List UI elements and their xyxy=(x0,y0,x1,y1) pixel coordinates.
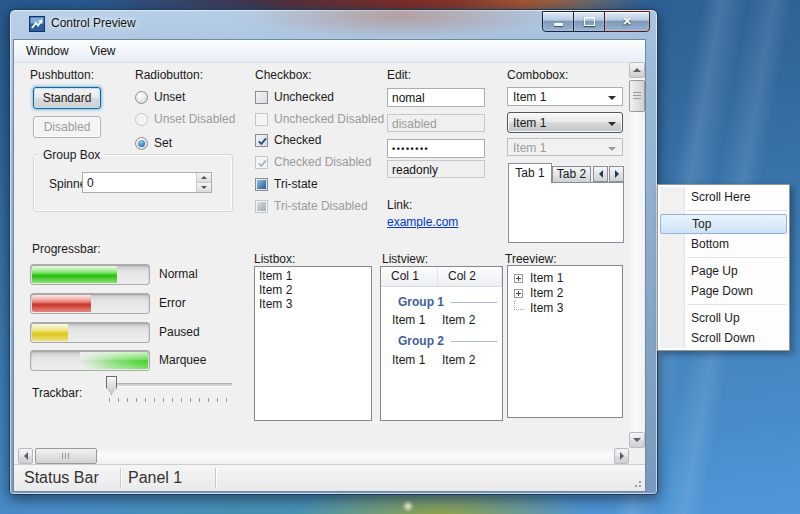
treeview[interactable]: Item 1 Item 2 Item 3 xyxy=(507,265,623,418)
minimize-button[interactable] xyxy=(542,11,574,32)
combobox-disabled-value: Item 1 xyxy=(513,141,546,155)
radiobutton-heading: Radiobutton: xyxy=(135,68,203,82)
edit-password-input[interactable]: •••••••• xyxy=(387,139,485,158)
menu-item-scroll-up[interactable]: Scroll Up xyxy=(658,308,789,328)
combobox-disabled: Item 1 xyxy=(507,138,623,156)
progressbar-error xyxy=(30,293,150,314)
standard-button[interactable]: Standard xyxy=(33,87,101,109)
combobox-button-arrow-icon[interactable] xyxy=(608,122,616,126)
listview-cell[interactable]: Item 2 xyxy=(442,313,475,327)
vertical-scrollbar[interactable] xyxy=(629,62,645,448)
radio-set[interactable]: Set xyxy=(135,136,172,150)
spinner-down-icon xyxy=(201,186,207,189)
vertical-scroll-thumb[interactable] xyxy=(629,80,645,112)
listview-cell[interactable]: Item 2 xyxy=(442,353,475,367)
spinner-input[interactable]: 0 xyxy=(82,172,212,193)
listbox-item[interactable]: Item 1 xyxy=(255,269,371,283)
listview-cell[interactable]: Item 1 xyxy=(392,313,425,327)
menu-item-view[interactable]: View xyxy=(81,41,125,61)
tab-2[interactable]: Tab 2 xyxy=(552,166,591,183)
maximize-button[interactable] xyxy=(573,11,605,32)
tab-scroll-right-button[interactable] xyxy=(609,166,624,182)
app-window: Control Preview ✕ Window View Pushbutton… xyxy=(9,9,658,495)
progressbar-paused-fill xyxy=(32,324,68,341)
combobox-normal-arrow-icon[interactable] xyxy=(608,96,616,100)
treeview-item-3-label[interactable]: Item 3 xyxy=(530,301,563,315)
checkbox-tristate-disabled-label: Tri-state Disabled xyxy=(274,199,368,213)
listview[interactable]: Col 1 Col 2 Group 1 Item 1 Item 2 Group … xyxy=(380,266,503,421)
treeview-item-2-label[interactable]: Item 2 xyxy=(530,286,563,300)
radio-set-label: Set xyxy=(154,136,172,150)
edit-heading: Edit: xyxy=(387,68,411,82)
menu-item-scroll-here[interactable]: Scroll Here xyxy=(658,187,789,207)
checkbox-checked[interactable]: Checked xyxy=(255,133,321,147)
treeview-item-3[interactable]: Item 3 xyxy=(514,301,563,315)
checkbox-unchecked-disabled-icon xyxy=(255,113,268,126)
edit-disabled-input: disabled xyxy=(387,114,485,132)
menu-separator xyxy=(687,210,787,211)
menu-item-scroll-down[interactable]: Scroll Down xyxy=(658,328,789,348)
resize-grip[interactable] xyxy=(632,478,642,488)
tree-expand-icon[interactable] xyxy=(514,289,523,298)
treeview-heading: Treeview: xyxy=(505,252,557,266)
treeview-item-2[interactable]: Item 2 xyxy=(514,286,563,300)
menu-item-page-down[interactable]: Page Down xyxy=(658,281,789,301)
close-button[interactable]: ✕ xyxy=(604,11,650,32)
spinner-up-button[interactable] xyxy=(197,173,211,182)
listbox-item[interactable]: Item 2 xyxy=(255,283,371,297)
listview-column-2[interactable]: Col 2 xyxy=(438,267,502,286)
menu-item-page-up[interactable]: Page Up xyxy=(658,261,789,281)
close-icon: ✕ xyxy=(622,13,631,30)
scroll-right-button[interactable] xyxy=(614,448,629,464)
listbox[interactable]: Item 1 Item 2 Item 3 xyxy=(254,266,372,421)
menu-separator xyxy=(687,257,787,258)
radio-unset-icon[interactable] xyxy=(135,91,148,104)
tree-expand-icon[interactable] xyxy=(514,274,523,283)
listbox-item[interactable]: Item 3 xyxy=(255,297,371,311)
status-separator xyxy=(215,468,216,488)
trackbar-thumb[interactable] xyxy=(106,376,117,395)
listview-cell[interactable]: Item 1 xyxy=(392,353,425,367)
treeview-item-1-label[interactable]: Item 1 xyxy=(530,271,563,285)
checkbox-unchecked-label: Unchecked xyxy=(274,90,334,104)
horizontal-scrollbar[interactable] xyxy=(18,448,629,464)
radio-unset[interactable]: Unset xyxy=(135,90,185,104)
menu-bar: Window View xyxy=(14,40,645,63)
scrollbar-context-menu: Scroll Here Top Bottom Page Up Page Down… xyxy=(657,184,790,351)
window-titlebar[interactable]: Control Preview ✕ xyxy=(10,10,657,38)
desktop-wallpaper: Control Preview ✕ Window View Pushbutton… xyxy=(0,0,800,514)
listview-heading: Listview: xyxy=(382,252,428,266)
checkbox-unchecked[interactable]: Unchecked xyxy=(255,90,334,104)
example-link[interactable]: example.com xyxy=(387,215,458,229)
listview-column-1[interactable]: Col 1 xyxy=(381,267,438,286)
progressbar-error-fill xyxy=(32,295,91,312)
combobox-normal[interactable]: Item 1 xyxy=(507,87,623,106)
tab-1[interactable]: Tab 1 xyxy=(508,163,552,183)
window-title: Control Preview xyxy=(51,16,136,30)
minimize-icon xyxy=(554,23,563,26)
edit-readonly-input[interactable]: readonly xyxy=(387,160,485,178)
spinner-down-button[interactable] xyxy=(197,182,211,192)
menu-item-bottom[interactable]: Bottom xyxy=(658,234,789,254)
combobox-disabled-arrow-icon xyxy=(608,147,616,151)
horizontal-scroll-thumb[interactable] xyxy=(35,448,97,464)
checkbox-checked-icon[interactable] xyxy=(255,134,268,147)
menu-item-window[interactable]: Window xyxy=(17,41,78,61)
checkbox-tristate[interactable]: Tri-state xyxy=(255,177,318,191)
tab-scroll-left-button[interactable] xyxy=(593,166,608,182)
treeview-item-1[interactable]: Item 1 xyxy=(514,271,563,285)
scroll-down-button[interactable] xyxy=(629,432,645,448)
checkbox-tristate-icon[interactable] xyxy=(255,178,268,191)
radio-set-icon[interactable] xyxy=(135,137,148,150)
scroll-up-button[interactable] xyxy=(629,62,645,78)
menu-item-top[interactable]: Top xyxy=(660,214,787,234)
scroll-left-button[interactable] xyxy=(18,448,33,464)
progressbar-paused xyxy=(30,322,150,343)
combobox-button[interactable]: Item 1 xyxy=(507,112,623,133)
combobox-normal-value: Item 1 xyxy=(513,90,546,104)
edit-normal-input[interactable]: nomal xyxy=(387,88,485,107)
status-panel-1: Panel 1 xyxy=(128,469,182,487)
tab-panel xyxy=(508,182,624,243)
trackbar-groove[interactable] xyxy=(106,383,232,387)
checkbox-unchecked-icon[interactable] xyxy=(255,91,268,104)
